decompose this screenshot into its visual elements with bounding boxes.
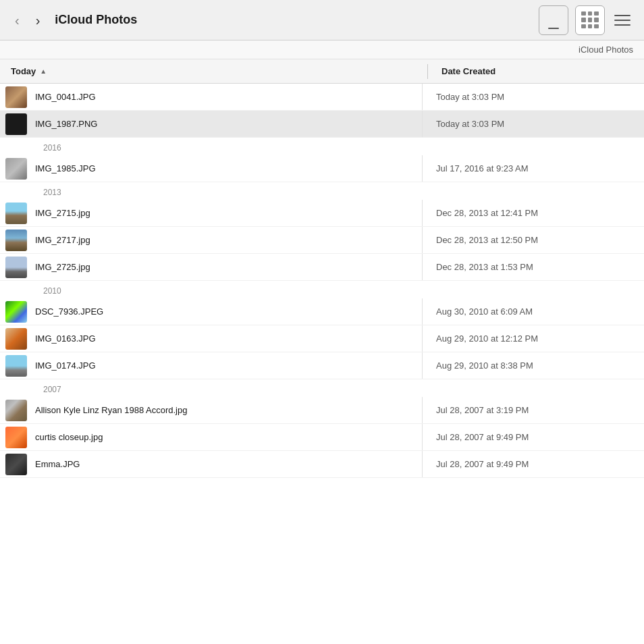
file-thumbnail: [5, 427, 27, 448]
date-column-header[interactable]: Date Created: [428, 66, 644, 76]
file-name: IMG_0163.JPG: [35, 333, 422, 344]
file-name: curtis closeup.jpg: [35, 432, 422, 442]
file-date: Aug 29, 2010 at 12:12 PM: [423, 333, 639, 344]
file-name: IMG_1985.JPG: [35, 163, 422, 173]
toolbar-icons: [539, 5, 633, 35]
file-list: IMG_0041.JPGToday at 3:03 PMIMG_1987.PNG…: [0, 84, 644, 478]
table-row[interactable]: IMG_0163.JPGAug 29, 2010 at 12:12 PM: [0, 325, 644, 352]
file-thumbnail: [5, 203, 27, 224]
name-column-label: Today: [11, 66, 36, 76]
file-name: Allison Kyle Linz Ryan 1988 Accord.jpg: [35, 405, 422, 415]
table-row[interactable]: DSC_7936.JPEGAug 30, 2010 at 6:09 AM: [0, 298, 644, 325]
file-thumbnail: [5, 400, 27, 421]
table-row[interactable]: IMG_0174.JPGAug 29, 2010 at 8:38 PM: [0, 352, 644, 379]
file-date: Jul 28, 2007 at 9:49 PM: [423, 459, 639, 469]
file-thumbnail: [5, 328, 27, 350]
file-name: IMG_0041.JPG: [35, 92, 422, 102]
file-name: IMG_2715.jpg: [35, 208, 422, 218]
name-column-header[interactable]: Today ▲: [5, 66, 427, 76]
file-thumbnail: [5, 113, 27, 135]
file-thumbnail: [5, 257, 27, 278]
file-thumbnail: [5, 230, 27, 251]
file-name: Emma.JPG: [35, 459, 422, 469]
file-date: Dec 28, 2013 at 12:50 PM: [423, 235, 639, 245]
breadcrumb: iCloud Photos: [579, 45, 633, 55]
table-row[interactable]: Allison Kyle Linz Ryan 1988 Accord.jpgJu…: [0, 397, 644, 424]
table-row[interactable]: IMG_0041.JPGToday at 3:03 PM: [0, 84, 644, 111]
table-row[interactable]: curtis closeup.jpgJul 28, 2007 at 9:49 P…: [0, 424, 644, 451]
table-row[interactable]: IMG_2715.jpgDec 28, 2013 at 12:41 PM: [0, 200, 644, 227]
file-date: Jul 17, 2016 at 9:23 AM: [423, 163, 639, 173]
breadcrumb-bar: iCloud Photos: [0, 41, 644, 59]
file-date: Dec 28, 2013 at 1:53 PM: [423, 262, 639, 272]
grid-view-button[interactable]: [575, 5, 605, 35]
table-row[interactable]: IMG_2725.jpgDec 28, 2013 at 1:53 PM: [0, 254, 644, 281]
back-button[interactable]: ‹: [11, 12, 24, 28]
forward-button[interactable]: ›: [32, 12, 45, 28]
file-date: Dec 28, 2013 at 12:41 PM: [423, 208, 639, 218]
file-name: IMG_1987.PNG: [35, 119, 422, 129]
file-date: Today at 3:03 PM: [423, 119, 639, 129]
file-thumbnail: [5, 301, 27, 323]
date-column-label: Date Created: [441, 66, 495, 76]
file-thumbnail: [5, 454, 27, 475]
file-date: Today at 3:03 PM: [423, 92, 639, 102]
section-header-2010: 2010: [0, 281, 644, 298]
nav-buttons: ‹ ›: [11, 12, 44, 28]
section-header-2007: 2007: [0, 379, 644, 397]
file-name: IMG_2725.jpg: [35, 262, 422, 272]
file-date: Jul 28, 2007 at 3:19 PM: [423, 405, 639, 415]
file-thumbnail: [5, 158, 27, 180]
table-row[interactable]: IMG_1987.PNGToday at 3:03 PM: [0, 111, 644, 138]
file-name: IMG_0174.JPG: [35, 360, 422, 371]
file-thumbnail: [5, 355, 27, 377]
file-thumbnail: [5, 86, 27, 108]
table-row[interactable]: IMG_1985.JPGJul 17, 2016 at 9:23 AM: [0, 155, 644, 182]
minimize-icon: [548, 28, 559, 29]
toolbar: ‹ › iCloud Photos: [0, 0, 644, 41]
section-header-2013: 2013: [0, 182, 644, 200]
file-date: Jul 28, 2007 at 9:49 PM: [423, 432, 639, 442]
file-date: Aug 30, 2010 at 6:09 AM: [423, 306, 639, 317]
list-view-button[interactable]: [612, 9, 633, 31]
window-title: iCloud Photos: [55, 13, 539, 27]
file-name: DSC_7936.JPEG: [35, 306, 422, 317]
table-row[interactable]: IMG_2717.jpgDec 28, 2013 at 12:50 PM: [0, 227, 644, 254]
minimize-button[interactable]: [539, 5, 568, 35]
table-row[interactable]: Emma.JPGJul 28, 2007 at 9:49 PM: [0, 451, 644, 478]
file-date: Aug 29, 2010 at 8:38 PM: [423, 360, 639, 371]
file-name: IMG_2717.jpg: [35, 235, 422, 245]
sort-arrow-icon: ▲: [40, 68, 47, 75]
section-header-2016: 2016: [0, 138, 644, 155]
column-headers: Today ▲ Date Created: [0, 59, 644, 84]
